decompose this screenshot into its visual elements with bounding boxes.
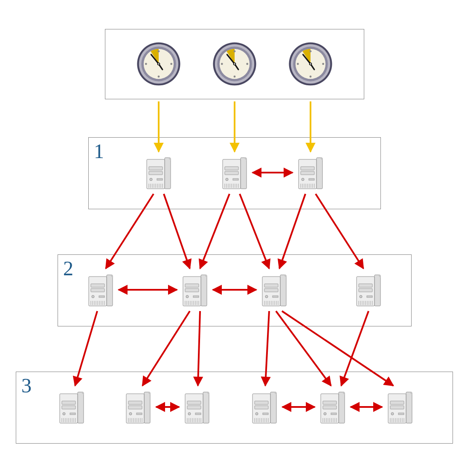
diagram-canvas: 1 2 3	[0, 0, 476, 450]
clock-icon	[287, 40, 334, 89]
server-icon	[320, 390, 345, 426]
server-icon	[88, 273, 113, 309]
server-icon	[222, 156, 247, 191]
server-icon	[182, 273, 208, 309]
server-icon	[298, 156, 323, 191]
server-icon	[261, 273, 287, 309]
server-icon	[59, 390, 84, 426]
server-icon	[356, 273, 381, 309]
tier-label-3: 3	[21, 374, 32, 397]
tier-label-1: 1	[94, 139, 104, 163]
server-icon	[252, 390, 277, 426]
clock-icon	[211, 40, 258, 89]
server-icon	[184, 390, 210, 426]
clock-icon	[135, 40, 182, 89]
server-icon	[387, 390, 413, 426]
server-icon	[125, 390, 151, 426]
server-icon	[146, 156, 171, 191]
tier-label-2: 2	[63, 257, 73, 280]
